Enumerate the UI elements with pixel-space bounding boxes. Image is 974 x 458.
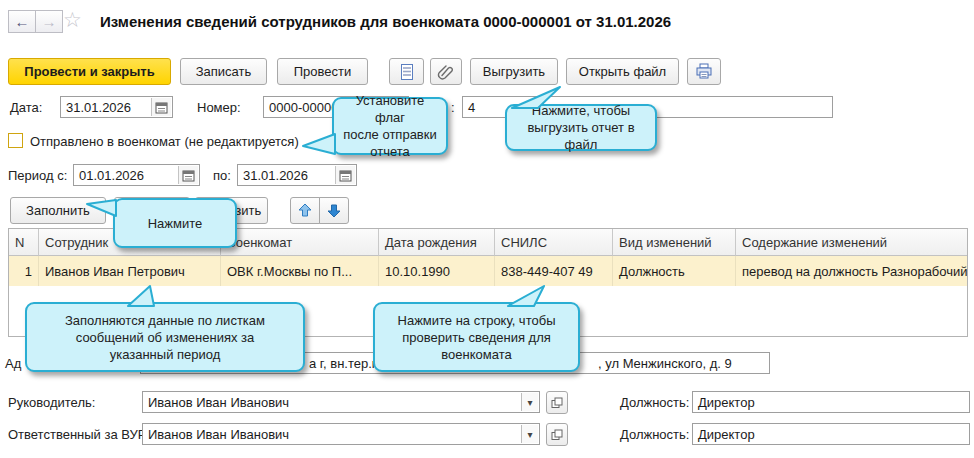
tooltip-arrow xyxy=(504,284,548,308)
column-header-commissariat[interactable]: Военкомат xyxy=(221,229,379,256)
tooltip-arrow xyxy=(122,284,158,308)
sent-checkbox-label: Отправлено в военкомат (не редактируется… xyxy=(30,134,299,149)
cell-snils: 838-449-407 49 xyxy=(495,256,613,286)
unload-button[interactable]: Выгрузить xyxy=(470,58,558,85)
period-from-label: Период с: xyxy=(8,168,67,183)
address-label: Ад xyxy=(5,356,21,371)
forward-button[interactable]: → xyxy=(35,10,63,33)
cell-birth-date: 10.10.1990 xyxy=(379,256,495,286)
page-title: Изменения сведений сотрудников для военк… xyxy=(100,13,671,30)
chevron-down-icon: ▾ xyxy=(527,429,532,440)
vur-position-label: Должность: xyxy=(620,427,689,442)
chevron-down-icon: ▾ xyxy=(527,397,532,408)
calendar-icon xyxy=(339,169,352,182)
tooltip-fill-data: Заполняются данные по листкам сообщений … xyxy=(25,302,305,372)
open-file-button[interactable]: Открыть файл xyxy=(566,58,679,85)
period-from-input[interactable]: 01.01.2026 xyxy=(73,164,200,186)
cell-employee: Иванов Иван Петрович xyxy=(39,256,221,286)
dropdown-button[interactable]: ▾ xyxy=(521,425,538,443)
dropdown-button[interactable]: ▾ xyxy=(521,393,538,411)
tooltip-arrow xyxy=(508,84,564,109)
cell-commissariat: ОВК г.Москвы по П... xyxy=(221,256,379,286)
back-button[interactable]: ← xyxy=(8,10,36,33)
date-calendar-button[interactable] xyxy=(151,98,171,116)
favorite-star-icon[interactable]: ☆ xyxy=(63,8,82,32)
document-window: ← → ☆ Изменения сведений сотрудников для… xyxy=(0,0,974,458)
manager-position-input[interactable]: Директор xyxy=(692,391,970,413)
paperclip-icon xyxy=(437,63,455,81)
calendar-icon xyxy=(182,169,195,182)
cell-change-type: Должность xyxy=(613,256,736,286)
forward-arrow-icon: → xyxy=(42,13,57,30)
tooltip-arrow xyxy=(300,131,336,157)
manager-position-label: Должность: xyxy=(620,395,689,410)
manager-open-button[interactable] xyxy=(546,391,568,414)
column-header-birth-date[interactable]: Дата рождения xyxy=(379,229,495,256)
calendar-icon xyxy=(155,101,168,114)
manager-combobox[interactable]: Иванов Иван Иванович ▾ xyxy=(142,391,540,413)
period-to-input[interactable]: 31.01.2026 xyxy=(237,164,357,186)
sent-checkbox[interactable] xyxy=(8,133,23,148)
tooltip-send-flag: Установите флаг после отправки отчета xyxy=(332,97,448,155)
post-and-close-button[interactable]: Провести и закрыть xyxy=(8,58,171,85)
cell-change-content: перевод на должность Разнорабочий xyxy=(736,256,967,286)
manager-label: Руководитель: xyxy=(8,395,95,410)
date-input[interactable]: 31.01.2026 xyxy=(60,96,173,118)
register-icon xyxy=(399,63,415,81)
period-to-label: по: xyxy=(213,168,231,183)
printer-icon xyxy=(695,63,713,80)
open-link-icon xyxy=(551,397,563,409)
move-down-button[interactable] xyxy=(319,197,349,224)
vur-open-button[interactable] xyxy=(546,423,568,446)
vur-position-input[interactable]: Директор xyxy=(692,423,970,445)
extra-field-colon: : xyxy=(451,100,455,115)
period-to-calendar-button[interactable] xyxy=(335,166,355,184)
column-header-n[interactable]: N xyxy=(9,229,39,256)
arrow-up-icon xyxy=(298,203,312,218)
arrow-down-icon xyxy=(327,203,341,218)
address-text-right: , ул Менжинского, д. 9 xyxy=(598,356,732,371)
register-records-button[interactable] xyxy=(389,58,424,85)
tooltip-unload: Нажмите, чтобы выгрузить отчет в файл xyxy=(505,104,657,151)
cell-n: 1 xyxy=(9,256,39,286)
attachments-button[interactable] xyxy=(430,58,462,85)
column-header-change-content[interactable]: Содержание изменений xyxy=(736,229,967,256)
column-header-snils[interactable]: СНИЛС xyxy=(495,229,613,256)
tooltip-row-check: Нажмите на строку, чтобы проверить сведе… xyxy=(373,302,580,372)
tooltip-arrow xyxy=(84,196,118,220)
move-up-button[interactable] xyxy=(290,197,320,224)
period-from-calendar-button[interactable] xyxy=(178,166,198,184)
tooltip-fill: Нажмите xyxy=(113,198,237,248)
back-arrow-icon: ← xyxy=(15,13,30,30)
post-button[interactable]: Провести xyxy=(277,58,368,85)
date-label: Дата: xyxy=(10,100,42,115)
write-button[interactable]: Записать xyxy=(180,58,267,85)
open-link-icon xyxy=(551,429,563,441)
vur-combobox[interactable]: Иванов Иван Иванович ▾ xyxy=(142,423,540,445)
column-header-change-type[interactable]: Вид изменений xyxy=(613,229,736,256)
print-button[interactable] xyxy=(687,58,721,85)
number-label: Номер: xyxy=(197,100,241,115)
vur-label: Ответственный за ВУР: xyxy=(8,427,150,442)
